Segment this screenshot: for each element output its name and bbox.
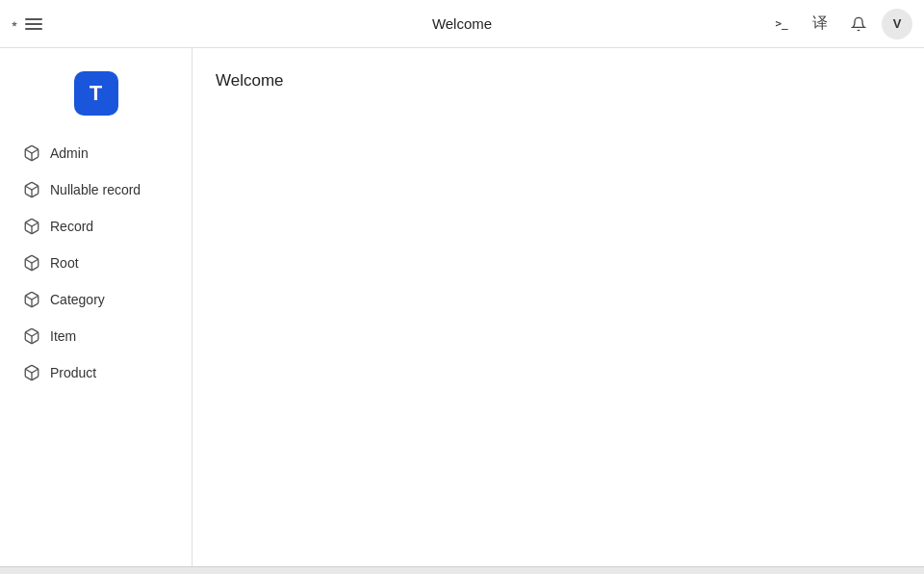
logo-area: T <box>0 64 192 135</box>
sidebar-item-root-label: Root <box>50 255 79 271</box>
sidebar-item-nullable-record[interactable]: Nullable record <box>8 172 184 207</box>
header: ⭒ Welcome >_ 译 V <box>0 0 924 48</box>
user-avatar-button[interactable]: V <box>882 9 912 39</box>
sidebar-item-root[interactable]: Root <box>8 246 184 280</box>
sidebar: T Admin Nullable record Record <box>0 48 192 566</box>
record-icon <box>23 218 40 235</box>
item-icon <box>23 327 40 345</box>
cursor-icon: ⭒ <box>12 15 17 32</box>
main-layout: T Admin Nullable record Record <box>0 48 924 566</box>
main-content: Welcome <box>192 48 924 566</box>
root-icon <box>23 254 40 272</box>
sidebar-item-record-label: Record <box>50 219 93 234</box>
header-actions: >_ 译 V <box>758 9 912 39</box>
notifications-button[interactable] <box>843 9 874 39</box>
sidebar-item-item-label: Item <box>50 328 76 344</box>
header-left: ⭒ <box>12 15 166 32</box>
sidebar-item-item[interactable]: Item <box>8 319 184 353</box>
sidebar-item-record[interactable]: Record <box>8 209 184 244</box>
page-title: Welcome <box>216 71 901 91</box>
admin-icon <box>23 144 40 162</box>
sidebar-item-category-label: Category <box>50 292 105 307</box>
sidebar-item-product-label: Product <box>50 365 96 380</box>
bottom-bar <box>0 566 924 574</box>
category-icon <box>23 291 40 308</box>
header-title: Welcome <box>166 15 758 32</box>
sidebar-item-product[interactable]: Product <box>8 355 184 390</box>
translate-button[interactable]: 译 <box>805 9 835 39</box>
app-logo: T <box>74 71 118 116</box>
product-icon <box>23 364 40 381</box>
terminal-button[interactable]: >_ <box>766 9 797 39</box>
sidebar-item-nullable-record-label: Nullable record <box>50 182 141 197</box>
sidebar-item-category[interactable]: Category <box>8 282 184 317</box>
menu-toggle-button[interactable] <box>25 18 42 30</box>
sidebar-item-admin-label: Admin <box>50 145 89 161</box>
sidebar-item-admin[interactable]: Admin <box>8 136 184 170</box>
nullable-record-icon <box>23 181 40 198</box>
